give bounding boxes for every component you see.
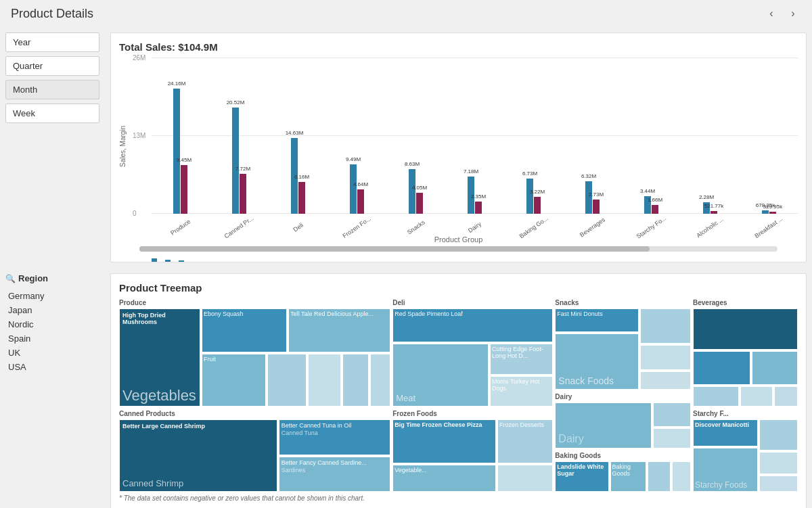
dairy-label: Dairy bbox=[558, 433, 583, 445]
hotdog-block: Meat bbox=[392, 344, 489, 407]
apple-label: Tell Tale Red Delicious Apple... bbox=[289, 309, 375, 319]
shrimp-label: Canned Shrimp bbox=[122, 478, 183, 488]
bar-group: 8.63M4.05MSnacks bbox=[387, 58, 445, 214]
filter-month[interactable]: Month bbox=[5, 80, 99, 99]
moms-turkey-block: Moms Turkey Hot Dogs bbox=[490, 376, 553, 407]
chart-scrollbar[interactable] bbox=[139, 246, 777, 252]
frozen-dessert-block: Frozen Desserts bbox=[497, 419, 553, 463]
bar-x-label: Deli bbox=[292, 221, 304, 233]
bar-magenta-label: 329.95k bbox=[763, 204, 782, 210]
snack-foods-block: Snack Foods bbox=[555, 333, 639, 390]
region-germany[interactable]: Germany bbox=[5, 289, 99, 303]
bar-magenta-label: 1.66M bbox=[648, 197, 662, 203]
bar-x-label: Snacks bbox=[406, 218, 426, 235]
region-nordic[interactable]: Nordic bbox=[5, 317, 99, 331]
bar-magenta-label: 521.77k bbox=[704, 203, 723, 209]
veg-label: Vegetables bbox=[122, 387, 196, 405]
shrimp-block: Better Large Canned Shrimp Canned Shrimp bbox=[119, 419, 277, 492]
sardines-label2: Sardines bbox=[280, 465, 307, 475]
starchy-foods-block: Starchy Foods bbox=[693, 448, 758, 492]
y-zero-label: 0 bbox=[133, 210, 137, 217]
manicotti-block: Discover Manicotti bbox=[693, 419, 758, 446]
baking-sub2 bbox=[672, 461, 691, 492]
bar-magenta-label: 9.45M bbox=[177, 157, 191, 163]
fruit-block: Fruit bbox=[202, 354, 266, 407]
bar-group: 6.32M2.73MBeverages bbox=[564, 58, 621, 214]
pizza-label: Big Time Frozen Cheese Pizza bbox=[393, 420, 483, 430]
filter-year[interactable]: Year bbox=[5, 32, 99, 52]
snack-sub3 bbox=[640, 371, 690, 390]
bar-group: 14.63M6.16MDeli bbox=[269, 58, 327, 214]
bar-teal-label: 6.32M bbox=[581, 173, 596, 179]
white-sugar-block: Landslide White Sugar bbox=[555, 461, 608, 492]
bev-sub3 bbox=[693, 386, 739, 407]
bar-group: 7.18M2.35MDairy bbox=[446, 58, 503, 214]
page-title: Product Details bbox=[11, 7, 93, 21]
baking-label: Baking Goods bbox=[611, 462, 646, 478]
veg-frozen-label: Vegetable... bbox=[393, 465, 428, 475]
snack-sub1 bbox=[640, 308, 690, 344]
canned-label: Canned Products bbox=[119, 410, 390, 417]
nav-prev-button[interactable]: ‹ bbox=[763, 5, 780, 22]
bar-teal-label: 8.63M bbox=[405, 161, 420, 167]
snack-foods-label: Snack Foods bbox=[558, 375, 614, 386]
snacks-section-label: Snacks bbox=[555, 299, 691, 306]
bev-sub1 bbox=[693, 351, 750, 385]
starchy-section-label: Starchy F... bbox=[693, 410, 798, 417]
x-axis-label: Product Group bbox=[119, 235, 798, 244]
region-sidebar: 🔍 Region Germany Japan Nordic Spain UK U… bbox=[0, 268, 105, 508]
baking-foods-block: Baking Goods bbox=[610, 461, 646, 492]
bev-sub5 bbox=[774, 386, 798, 407]
starchy-sub2 bbox=[759, 452, 798, 474]
region-uk[interactable]: UK bbox=[5, 346, 99, 360]
cutting-edge-block: Cutting Edge Foot-Long Hot D... bbox=[490, 344, 553, 375]
bar-magenta-label: 7.72M bbox=[235, 166, 250, 172]
bar-teal-label: 6.73M bbox=[522, 170, 537, 177]
bar-magenta-label: 2.73M bbox=[589, 191, 604, 198]
shrimp-title-label: Better Large Canned Shrimp bbox=[121, 421, 206, 431]
manicotti-label: Discover Manicotti bbox=[694, 420, 750, 430]
filter-week[interactable]: Week bbox=[5, 103, 99, 123]
treemap-footnote: * The data set contains negative or zero… bbox=[119, 494, 798, 502]
baking-section-label: Baking Goods bbox=[555, 452, 691, 459]
dairy-sub2 bbox=[653, 428, 691, 448]
frozen-dessert-label: Frozen Desserts bbox=[498, 420, 545, 430]
bar-x-label: Dairy bbox=[467, 221, 482, 234]
beverages-section-label: Beverages bbox=[693, 299, 798, 306]
tuna-block: Better Canned Tuna in Oil Canned Tuna bbox=[279, 419, 391, 455]
pizza-block: Big Time Frozen Cheese Pizza bbox=[392, 419, 496, 463]
baking-sub1 bbox=[648, 461, 671, 492]
bar-group: 2.28M521.77kAlcoholic ... bbox=[681, 58, 739, 214]
bar-group: 6.73M3.22MBaking Go... bbox=[505, 58, 562, 214]
region-title: Region bbox=[18, 273, 48, 283]
fruit-label: Fruit bbox=[202, 354, 217, 364]
bar-group: 24.16M9.45MProduce bbox=[152, 58, 209, 214]
region-spain[interactable]: Spain bbox=[5, 331, 99, 346]
starchy-foods-label: Starchy Foods bbox=[695, 480, 747, 490]
bev-main-block bbox=[693, 308, 798, 350]
region-japan[interactable]: Japan bbox=[5, 303, 99, 317]
snack-sub2 bbox=[640, 345, 690, 370]
mushrooms-label: High Top Dried Mushrooms bbox=[121, 310, 200, 327]
search-icon: 🔍 bbox=[5, 274, 16, 283]
bev-sub2 bbox=[752, 351, 798, 385]
bar-teal-label: 9.49M bbox=[346, 156, 361, 162]
white-sugar-label: Landslide White Sugar bbox=[556, 462, 608, 478]
bar-group: 20.52M7.72MCanned Pr... bbox=[210, 58, 268, 214]
bev-sub4 bbox=[740, 386, 773, 407]
filter-sidebar: Year Quarter Month Week bbox=[0, 27, 105, 268]
squash-label: Ebony Squash bbox=[202, 309, 245, 319]
filter-quarter[interactable]: Quarter bbox=[5, 56, 99, 76]
nav-next-button[interactable]: › bbox=[785, 5, 801, 22]
deli-section-label: Deli bbox=[392, 299, 553, 306]
donuts-block: Fast Mini Donuts bbox=[555, 308, 639, 332]
mini-bar-chart bbox=[152, 254, 798, 262]
region-usa[interactable]: USA bbox=[5, 360, 99, 374]
pimento-block: Red Spade Pimento Loaf bbox=[392, 308, 553, 342]
produce-sub-block4 bbox=[370, 354, 390, 407]
bar-chart-panel: Total Sales: $104.9M Sales, Margin 26M 1… bbox=[110, 32, 807, 262]
bar-group: 678.25k329.95kBreakfast ... bbox=[740, 58, 798, 214]
donuts-label: Fast Mini Donuts bbox=[556, 309, 604, 319]
produce-sub-block2 bbox=[308, 354, 341, 407]
produce-sub-block3 bbox=[342, 354, 369, 407]
